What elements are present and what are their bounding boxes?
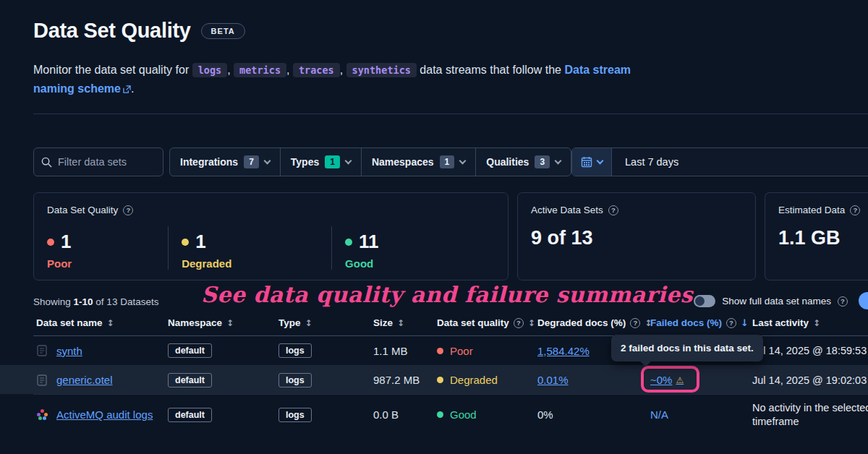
stat-value: 1 [195,231,205,253]
page-description: Monitor the data set quality for logs, m… [33,61,655,99]
help-icon[interactable]: ? [608,205,618,215]
sort-icon: ↕ [305,318,312,328]
chevron-down-icon [597,157,604,164]
type-badge[interactable]: logs [278,408,312,422]
quality-dot-icon [437,377,443,383]
help-icon[interactable]: ? [850,205,860,215]
sort-desc-icon: ↓ [741,317,749,328]
size-value: 0.0 B [373,395,399,434]
good-dot-icon [345,239,352,246]
filter-qualities-button[interactable]: Qualities 3 [476,148,571,176]
filter-label: Qualities [486,156,529,168]
filter-count-badge: 3 [535,155,550,168]
active-data-sets-value: 9 of 13 [531,227,742,249]
data-set-icon [36,374,48,386]
quality-dot-icon [437,348,443,354]
header-namespace[interactable]: Namespace↕ [168,317,234,328]
date-quick-select-button[interactable] [572,148,612,176]
toggle-knob [695,296,705,306]
date-range-label[interactable]: Last 7 days [612,156,692,168]
stat-label[interactable]: Good [345,257,495,270]
data-set-quality-page: Data Set Quality BETA Monitor the data s… [0,0,868,454]
card-title: Estimated Data [778,205,845,215]
quality-value: Poor [450,345,473,357]
show-full-names-toggle[interactable] [694,295,715,307]
sort-icon: ↕ [107,318,114,328]
search-input[interactable] [58,156,156,168]
type-badge[interactable]: logs [278,343,312,358]
search-box [33,147,163,176]
showing-suffix: of 13 Datasets [95,296,158,307]
handwritten-annotation: See data quality and failure summaries [201,282,693,307]
filter-count-badge: 1 [325,155,340,168]
header-data-set-quality[interactable]: Data set quality?↕ [437,317,535,328]
last-activity-value: No activity in the selected timeframe [752,401,868,429]
quality-dot-icon [437,411,443,418]
data-set-link[interactable]: ActiveMQ audit logs [56,408,153,421]
section-divider [33,113,868,114]
filter-label: Namespaces [372,156,434,168]
stat-label[interactable]: Poor [47,257,168,270]
quality-value: Degraded [450,374,498,386]
help-icon: ? [630,318,640,328]
stat-value: 11 [359,231,379,253]
card-active-data-sets: Active Data Sets ? 9 of 13 [517,192,756,280]
degraded-docs-link[interactable]: 1,584.42% [537,345,590,357]
header-degraded-docs[interactable]: Degraded docs (%)?↕ [537,317,652,328]
header-data-set-name[interactable]: Data set name↕ [36,317,114,328]
stat-label[interactable]: Degraded [182,257,331,270]
failed-docs-link[interactable]: ~0%⚠ [650,374,684,386]
help-icon[interactable]: ? [838,296,848,307]
card-title: Data Set Quality [47,205,118,215]
chevron-down-icon [459,157,467,164]
card-data-set-quality: Data Set Quality ? 1 Poor 1 Degraded 11 … [33,192,509,280]
table-row: generic.otel default logs 987.2 MB Degra… [0,365,868,394]
table-header: Data set name↕ Namespace↕ Type↕ Size↕ Da… [33,316,868,336]
type-badge[interactable]: logs [278,373,312,387]
showing-range: 1-10 [74,296,93,307]
failed-docs-tooltip: 2 failed docs in this data set. [611,335,763,361]
help-icon: ? [726,318,736,328]
stat-value: 1 [61,231,71,253]
stat-degraded: 1 Degraded [168,226,331,270]
calendar-icon [581,156,592,168]
header-failed-docs[interactable]: Failed docs (%)?↓ [650,317,749,328]
full-names-toggle-group: Show full data set names ? [694,295,848,307]
last-activity-value: Jul 14, 2025 @ 19:02:03 [752,366,868,394]
header-last-activity[interactable]: Last activity↕ [752,317,820,328]
sort-icon: ↕ [397,318,404,328]
filter-namespaces-button[interactable]: Namespaces 1 [362,148,476,176]
comma: , [227,64,230,76]
card-estimated-data: Estimated Data ? 1.1 GB [765,192,868,280]
description-middle: data streams that follow the [420,64,561,76]
period: . [131,82,134,95]
header-type[interactable]: Type↕ [278,317,312,328]
quality-value: Good [450,408,477,421]
filter-types-button[interactable]: Types 1 [281,148,362,176]
tag-metrics: metrics [234,63,286,77]
filter-integrations-button[interactable]: Integrations 7 [170,148,281,176]
degraded-docs-link[interactable]: 0.01% [537,374,569,386]
date-picker: Last 7 days [571,147,868,176]
last-activity-value: Jul 14, 2025 @ 18:59:53 [752,336,868,365]
tag-traces: traces [293,63,340,77]
quality-stats: 1 Poor 1 Degraded 11 Good [47,226,495,270]
help-icon[interactable]: ? [123,205,133,215]
namespace-badge[interactable]: default [168,408,212,422]
namespace-badge[interactable]: default [168,373,212,387]
data-set-link[interactable]: synth [56,345,82,357]
warning-icon: ⚠ [676,375,684,385]
edge-toggle-partial[interactable] [859,292,868,309]
data-set-link[interactable]: generic.otel [56,374,113,386]
size-value: 987.2 MB [373,366,420,394]
table-row: ActiveMQ audit logs default logs 0.0 B G… [33,394,868,434]
header-size[interactable]: Size↕ [373,317,404,328]
filter-label: Integrations [180,156,238,168]
page-title: Data Set Quality [33,19,191,43]
namespace-badge[interactable]: default [168,343,212,358]
chevron-down-icon [555,157,562,164]
chevron-down-icon [263,157,271,164]
failed-docs-link[interactable]: N/A [650,408,668,421]
comma: , [340,64,343,76]
page-header: Data Set Quality BETA [33,19,245,43]
